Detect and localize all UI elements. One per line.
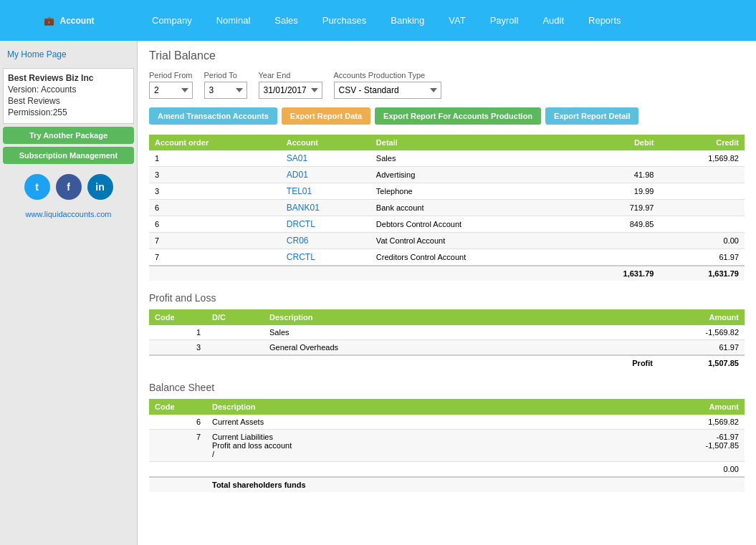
period-from-group: Period From 2 <box>149 71 193 99</box>
company-name[interactable]: Best Reviews Biz Inc <box>8 73 129 83</box>
pl-amount: -1,569.82 <box>659 325 745 340</box>
debit-cell: 19.99 <box>575 183 660 200</box>
total-row: 1,631.79 1,631.79 <box>149 266 745 281</box>
period-to-select[interactable]: 3 <box>204 82 247 99</box>
detail-cell: Bank account <box>370 200 575 216</box>
filter-form: Period From 2 Period To 3 Year End 31/01… <box>149 71 745 99</box>
pl-col-code: Code <box>149 309 206 325</box>
table-row: 7 Current LiabilitiesProfit and loss acc… <box>149 430 745 462</box>
balance-sheet-title: Balance Sheet <box>149 382 745 393</box>
table-row: 7 CRCTL Creditors Control Account 61.97 <box>149 249 745 266</box>
profit-value: 1,507.85 <box>659 355 745 370</box>
debit-cell: 849.85 <box>575 216 660 233</box>
order-cell: 7 <box>149 233 281 249</box>
credit-cell <box>659 200 745 216</box>
nav-item-purchases[interactable]: Purchases <box>311 9 378 32</box>
trial-balance-table: Account order Account Detail Debit Credi… <box>149 135 745 281</box>
period-from-label: Period From <box>149 71 193 79</box>
profit-loss-table: Code D/C Description Amount 1 Sales -1,5… <box>149 309 745 370</box>
pl-description: General Overheads <box>264 340 659 356</box>
debit-cell: 41.98 <box>575 167 660 183</box>
debit-cell <box>575 233 660 249</box>
debit-cell <box>575 249 660 266</box>
table-row: 7 CR06 Vat Control Account 0.00 <box>149 233 745 249</box>
table-row: 0.00 <box>149 462 745 478</box>
balance-sheet-table: Code Description Amount 6 Current Assets… <box>149 399 745 492</box>
table-row: 1 Sales -1,569.82 <box>149 325 745 340</box>
order-cell: 3 <box>149 167 281 183</box>
permission-label: Permission:255 <box>8 107 129 117</box>
action-buttons: Amend Transaction Accounts Export Report… <box>149 107 745 125</box>
pl-col-description: Description <box>264 309 659 325</box>
account-cell[interactable]: TEL01 <box>281 183 370 200</box>
export-report-button[interactable]: Export Report Data <box>282 107 370 125</box>
twitter-icon[interactable]: t <box>24 174 50 200</box>
version-label: Version: Accounts <box>8 85 129 95</box>
sidebar-home-link[interactable]: My Home Page <box>0 44 137 65</box>
nav-item-banking[interactable]: Banking <box>379 9 436 32</box>
facebook-icon[interactable]: f <box>56 174 82 200</box>
account-cell[interactable]: CR06 <box>281 233 370 249</box>
col-detail: Detail <box>370 135 575 150</box>
export-detail-button[interactable]: Export Report Detail <box>545 107 638 125</box>
amend-button[interactable]: Amend Transaction Accounts <box>149 107 277 125</box>
accounts-production-select[interactable]: CSV - Standard <box>334 82 441 99</box>
credit-cell <box>659 216 745 233</box>
profit-row: Profit 1,507.85 <box>149 355 745 370</box>
pl-dc <box>206 325 264 340</box>
account-cell[interactable]: BANK01 <box>281 200 370 216</box>
total-credit: 1,631.79 <box>659 266 745 281</box>
pl-col-dc: D/C <box>206 309 264 325</box>
try-another-button[interactable]: Try Another Package <box>3 127 134 144</box>
table-row: 6 Current Assets 1,569.82 <box>149 415 745 430</box>
account-cell[interactable]: CRCTL <box>281 249 370 266</box>
debit-cell <box>575 150 660 167</box>
detail-cell: Creditors Control Account <box>370 249 575 266</box>
account-cell[interactable]: AD01 <box>281 167 370 183</box>
year-end-label: Year End <box>259 71 322 79</box>
order-cell: 6 <box>149 200 281 216</box>
col-debit: Debit <box>575 135 660 150</box>
export-accounts-button[interactable]: Export Report For Accounts Production <box>375 107 541 125</box>
website-link[interactable]: www.liquidaccounts.com <box>0 207 137 221</box>
nav-item-nominal[interactable]: Nominal <box>205 9 262 32</box>
pl-col-amount: Amount <box>659 309 745 325</box>
main-content: Trial Balance Period From 2 Period To 3 … <box>138 41 756 545</box>
detail-cell: Advertising <box>370 167 575 183</box>
col-account-order: Account order <box>149 135 281 150</box>
subscription-button[interactable]: Subscription Management <box>3 147 134 164</box>
table-row: 6 DRCTL Debtors Control Account 849.85 <box>149 216 745 233</box>
nav-item-company[interactable]: Company <box>140 9 204 32</box>
period-from-select[interactable]: 2 <box>149 82 193 99</box>
detail-cell: Telephone <box>370 183 575 200</box>
table-row: 1 SA01 Sales 1,569.82 <box>149 150 745 167</box>
nav-item-reports[interactable]: Reports <box>577 9 633 32</box>
col-credit: Credit <box>659 135 745 150</box>
nav-item-vat[interactable]: VAT <box>437 9 477 32</box>
credit-cell <box>659 167 745 183</box>
pl-code: 1 <box>149 325 206 340</box>
period-to-label: Period To <box>204 71 247 79</box>
nav-item-sales[interactable]: Sales <box>263 9 310 32</box>
table-row: 3 AD01 Advertising 41.98 <box>149 167 745 183</box>
linkedin-icon[interactable]: in <box>87 174 113 200</box>
year-end-select[interactable]: 31/01/2017 <box>259 82 322 99</box>
col-account: Account <box>281 135 370 150</box>
account-cell[interactable]: DRCTL <box>281 216 370 233</box>
detail-cell: Sales <box>370 150 575 167</box>
nav-item-audit[interactable]: Audit <box>531 9 575 32</box>
nav-item-payroll[interactable]: Payroll <box>479 9 530 32</box>
account-cell[interactable]: SA01 <box>281 150 370 167</box>
pl-amount: 61.97 <box>659 340 745 356</box>
accounts-production-group: Accounts Production Type CSV - Standard <box>334 71 441 99</box>
order-cell: 3 <box>149 183 281 200</box>
page-title: Trial Balance <box>149 49 745 62</box>
total-debit: 1,631.79 <box>575 266 660 281</box>
pl-dc <box>206 340 264 356</box>
brand-label: Best Reviews <box>8 96 129 106</box>
bs-col-description: Description <box>206 399 659 415</box>
order-cell: 6 <box>149 216 281 233</box>
nav-menu: CompanyNominalSalesPurchasesBankingVATPa… <box>138 0 756 41</box>
profit-label: Profit <box>264 355 659 370</box>
sidebar: My Home Page Best Reviews Biz Inc Versio… <box>0 41 138 545</box>
